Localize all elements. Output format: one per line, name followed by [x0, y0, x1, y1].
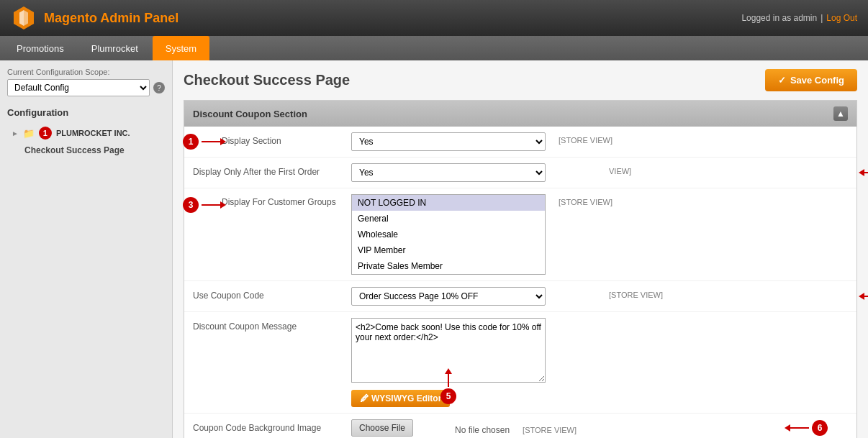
annotation-1: 1 — [183, 134, 199, 150]
annotation-5: 5 — [440, 388, 456, 404]
page-title: Checkout Success Page — [184, 72, 350, 88]
background-image-field: Choose File 6 No file chosen [STORE VIEW… — [351, 419, 848, 437]
nav-promotions[interactable]: Promotions — [4, 36, 77, 60]
wysiwyg-editor-button[interactable]: 🖉 WYSIWYG Editor — [351, 390, 450, 407]
page-layout: Current Configuration Scope: Default Con… — [0, 60, 868, 438]
coupon-message-label: Discount Coupon Message — [193, 318, 351, 332]
coupon-message-field: <h2>Come back soon! Use this code for 10… — [351, 318, 848, 407]
folder-icon: 📁 — [23, 128, 35, 139]
discount-coupon-section: Discount Coupon Section ▲ 1 Display Sect… — [184, 100, 857, 438]
scope-select-input[interactable]: Default Config — [7, 79, 150, 96]
coupon-code-field: Order Success Page 10% OFF 4 [STORE VIEW… — [351, 287, 848, 306]
annotation-3: 3 — [183, 197, 199, 213]
display-section-store-view: [STORE VIEW] — [559, 132, 612, 145]
nav-system[interactable]: System — [153, 36, 209, 60]
logged-in-text: Logged in as admin — [741, 13, 817, 23]
multiselect-option-not-logged-in[interactable]: NOT LOGGED IN — [352, 195, 545, 211]
display-after-order-field: Yes No 2 VIEW] — [351, 163, 848, 182]
choose-file-button[interactable]: Choose File — [351, 419, 413, 437]
display-section-select[interactable]: Yes No — [351, 132, 546, 151]
nav-bar: Promotions Plumrocket System — [0, 36, 868, 60]
coupon-code-store-view: [STORE VIEW] — [609, 287, 663, 299]
customer-groups-field: NOT LOGGED IN General Wholesale VIP Memb… — [351, 194, 848, 275]
sidebar: Current Configuration Scope: Default Con… — [0, 60, 173, 438]
display-after-order-row: Display Only After the First Order Yes N… — [184, 158, 856, 188]
section-header[interactable]: Discount Coupon Section ▲ — [184, 101, 856, 127]
logo-area: Magento Admin Panel — [11, 5, 178, 31]
multiselect-option-general[interactable]: General — [352, 211, 545, 227]
coupon-code-select[interactable]: Order Success Page 10% OFF — [351, 287, 546, 306]
logout-link[interactable]: Log Out — [826, 13, 857, 23]
save-config-button[interactable]: ✓ Save Config — [765, 69, 857, 91]
customer-groups-multiselect[interactable]: NOT LOGGED IN General Wholesale VIP Memb… — [351, 194, 546, 275]
save-config-label: Save Config — [790, 75, 844, 86]
multiselect-option-wholesale[interactable]: Wholesale — [352, 227, 545, 242]
sidebar-arrow-icon: ► — [12, 129, 19, 137]
background-image-row: Coupon Code Background Image Choose File… — [184, 414, 856, 438]
wysiwyg-label: WYSIWYG Editor — [371, 393, 441, 403]
multiselect-option-vip[interactable]: VIP Member — [352, 242, 545, 258]
display-after-order-select[interactable]: Yes No — [351, 163, 546, 182]
user-info: Logged in as admin | Log Out — [741, 13, 857, 23]
wysiwyg-icon: 🖉 — [360, 393, 369, 403]
coupon-code-label: Use Coupon Code — [193, 287, 351, 301]
svg-marker-1 — [19, 10, 24, 26]
main-header: Checkout Success Page ✓ Save Config — [184, 69, 857, 91]
scope-label: Current Configuration Scope: — [7, 68, 165, 76]
svg-marker-2 — [24, 10, 28, 26]
sidebar-item-plumrocket[interactable]: ► 📁 1 PLUMROCKET INC. — [7, 124, 165, 142]
background-image-store-view: [STORE VIEW] — [523, 422, 577, 434]
scope-select-row: Default Config ? — [7, 79, 165, 96]
save-check-icon: ✓ — [778, 75, 786, 86]
coupon-message-row: Discount Coupon Message <h2>Come back so… — [184, 312, 856, 414]
sidebar-company-name: PLUMROCKET INC. — [56, 129, 130, 137]
scope-help-icon[interactable]: ? — [153, 82, 165, 93]
annotation-6: 6 — [812, 420, 828, 436]
section-title: Discount Coupon Section — [193, 109, 307, 119]
site-title: Magento Admin Panel — [44, 11, 178, 26]
main-content: Checkout Success Page ✓ Save Config Disc… — [173, 60, 868, 438]
coupon-code-row: Use Coupon Code Order Success Page 10% O… — [184, 281, 856, 312]
multiselect-option-private-sales[interactable]: Private Sales Member — [352, 258, 545, 274]
collapse-icon[interactable]: ▲ — [833, 106, 848, 121]
display-after-order-label: Display Only After the First Order — [193, 163, 351, 177]
magento-logo-icon — [11, 5, 37, 31]
display-section-field: Yes No [STORE VIEW] — [351, 132, 848, 151]
header: Magento Admin Panel Logged in as admin |… — [0, 0, 868, 36]
background-image-label: Coupon Code Background Image — [193, 419, 351, 433]
nav-plumrocket[interactable]: Plumrocket — [78, 36, 151, 60]
customer-groups-store-view: [STORE VIEW] — [559, 194, 612, 206]
file-name-text: No file chosen — [455, 421, 510, 435]
sidebar-section-title: Configuration — [7, 107, 165, 118]
sidebar-badge: 1 — [39, 127, 52, 140]
customer-groups-row: 3 Display For Customer Groups NOT LOGGED… — [184, 188, 856, 281]
sidebar-subitem-checkout[interactable]: Checkout Success Page — [7, 142, 165, 158]
display-section-row: 1 Display Section Yes No [STORE VIEW] — [184, 127, 856, 158]
display-after-order-store-view: VIEW] — [609, 163, 631, 175]
